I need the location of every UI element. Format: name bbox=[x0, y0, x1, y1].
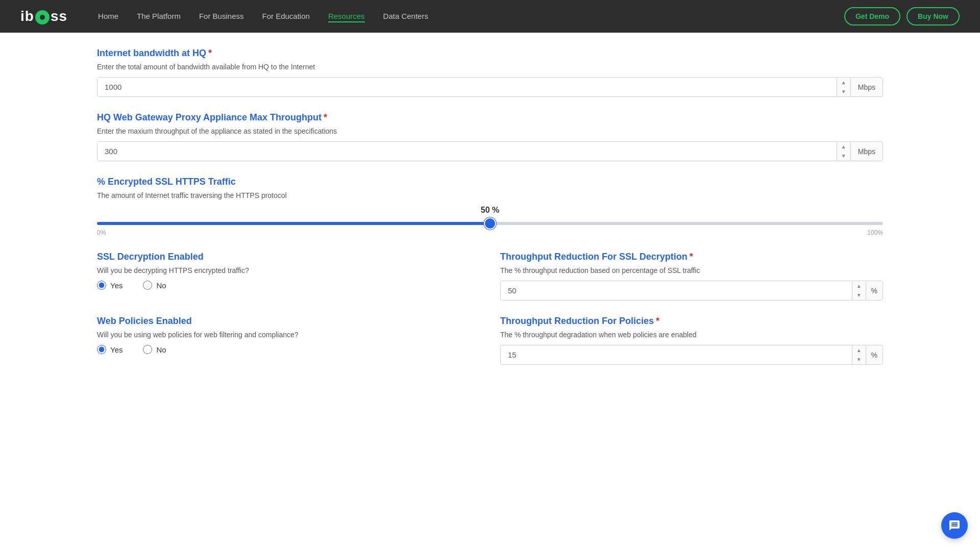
ssl-decryption-yes-text: Yes bbox=[110, 281, 122, 290]
ssl-traffic-desc: The amount of Internet traffic traversin… bbox=[97, 191, 883, 199]
ssl-traffic-section: % Encrypted SSL HTTPS Traffic The amount… bbox=[97, 177, 883, 236]
throughput-ssl-section: Throughput Reduction For SSL Decryption*… bbox=[500, 252, 883, 300]
throughput-ssl-unit: % bbox=[866, 282, 883, 300]
throughput-ssl-spinners: ▲ ▼ bbox=[852, 282, 866, 300]
throughput-policies-title: Throughput Reduction For Policies* bbox=[500, 316, 883, 327]
logo[interactable]: ibss bbox=[20, 8, 67, 24]
bandwidth-desc: Enter the total amount of bandwidth avai… bbox=[97, 63, 883, 71]
ssl-decryption-title: SSL Decryption Enabled bbox=[97, 252, 480, 262]
bandwidth-section: Internet bandwidth at HQ* Enter the tota… bbox=[97, 48, 883, 97]
throughput-policies-input-row: ▲ ▼ % bbox=[500, 345, 883, 365]
gateway-unit: Mbps bbox=[850, 142, 883, 161]
bandwidth-spinners: ▲ ▼ bbox=[837, 78, 850, 96]
ssl-traffic-value: 50 % bbox=[97, 206, 883, 215]
throughput-policies-desc: The % throughput degradation when web po… bbox=[500, 331, 883, 339]
nav-item-education[interactable]: For Education bbox=[262, 12, 309, 21]
nav-item-platform[interactable]: The Platform bbox=[137, 12, 181, 21]
ssl-decryption-desc: Will you be decrypting HTTPS encrypted t… bbox=[97, 266, 480, 274]
ssl-traffic-slider[interactable] bbox=[97, 222, 883, 225]
web-policies-yes-radio[interactable] bbox=[97, 345, 106, 354]
nav-buttons: Get Demo Buy Now bbox=[844, 7, 960, 26]
web-policies-no-text: No bbox=[156, 345, 166, 354]
ssl-decryption-yes-radio[interactable] bbox=[97, 281, 106, 290]
bandwidth-unit: Mbps bbox=[850, 78, 883, 96]
slider-labels: 0% 100% bbox=[97, 229, 883, 236]
ssl-decryption-section: SSL Decryption Enabled Will you be decry… bbox=[97, 252, 480, 300]
gateway-down[interactable]: ▼ bbox=[837, 152, 850, 161]
ssl-decryption-no-text: No bbox=[156, 281, 166, 290]
main-content: Internet bandwidth at HQ* Enter the tota… bbox=[0, 33, 980, 395]
throughput-policies-unit: % bbox=[866, 346, 883, 364]
bandwidth-title: Internet bandwidth at HQ* bbox=[97, 48, 883, 59]
web-policies-desc: Will you be using web policies for web f… bbox=[97, 331, 480, 339]
slider-max: 100% bbox=[867, 229, 883, 236]
nav-item-home[interactable]: Home bbox=[98, 12, 118, 21]
web-policies-yes-text: Yes bbox=[110, 345, 122, 354]
throughput-policies-section: Throughput Reduction For Policies* The %… bbox=[500, 316, 883, 365]
ssl-decryption-no-radio[interactable] bbox=[143, 281, 152, 290]
bandwidth-down[interactable]: ▼ bbox=[837, 87, 850, 96]
gateway-up[interactable]: ▲ bbox=[837, 142, 850, 152]
gateway-input[interactable] bbox=[97, 142, 837, 161]
gateway-input-row: ▲ ▼ Mbps bbox=[97, 141, 883, 161]
web-policies-no-radio[interactable] bbox=[143, 345, 152, 354]
ssl-decryption-no-label[interactable]: No bbox=[143, 281, 166, 290]
buy-now-button[interactable]: Buy Now bbox=[906, 7, 960, 26]
web-policies-section: Web Policies Enabled Will you be using w… bbox=[97, 316, 480, 365]
bandwidth-input-row: ▲ ▼ Mbps bbox=[97, 77, 883, 97]
throughput-ssl-desc: The % throughput reduction based on perc… bbox=[500, 266, 883, 274]
ssl-traffic-title: % Encrypted SSL HTTPS Traffic bbox=[97, 177, 883, 187]
nav-link-business[interactable]: For Business bbox=[199, 12, 244, 20]
nav-item-business[interactable]: For Business bbox=[199, 12, 244, 21]
throughput-ssl-title: Throughput Reduction For SSL Decryption* bbox=[500, 252, 883, 262]
slider-min: 0% bbox=[97, 229, 106, 236]
nav-link-home[interactable]: Home bbox=[98, 12, 118, 20]
nav-menu: Home The Platform For Business For Educa… bbox=[98, 12, 844, 21]
throughput-policies-input[interactable] bbox=[501, 345, 852, 364]
nav-link-education[interactable]: For Education bbox=[262, 12, 309, 20]
ssl-traffic-slider-wrapper bbox=[97, 218, 883, 227]
throughput-ssl-down[interactable]: ▼ bbox=[852, 291, 866, 300]
ssl-decryption-radio-group: Yes No bbox=[97, 281, 480, 290]
throughput-policies-up[interactable]: ▲ bbox=[852, 346, 866, 355]
nav-item-datacenters[interactable]: Data Centers bbox=[383, 12, 428, 21]
gateway-section: HQ Web Gateway Proxy Appliance Max Throu… bbox=[97, 112, 883, 161]
ssl-decryption-yes-label[interactable]: Yes bbox=[97, 281, 122, 290]
logo-icon bbox=[35, 10, 50, 24]
logo-text: ibss bbox=[20, 8, 67, 24]
nav-link-resources[interactable]: Resources bbox=[328, 12, 365, 22]
throughput-ssl-up[interactable]: ▲ bbox=[852, 282, 866, 291]
ssl-row: SSL Decryption Enabled Will you be decry… bbox=[97, 252, 883, 300]
web-policies-yes-label[interactable]: Yes bbox=[97, 345, 122, 354]
bandwidth-input[interactable] bbox=[97, 78, 837, 96]
gateway-spinners: ▲ ▼ bbox=[837, 142, 850, 161]
throughput-policies-spinners: ▲ ▼ bbox=[852, 346, 866, 364]
nav-link-platform[interactable]: The Platform bbox=[137, 12, 181, 20]
nav-link-datacenters[interactable]: Data Centers bbox=[383, 12, 428, 20]
get-demo-button[interactable]: Get Demo bbox=[844, 7, 900, 26]
gateway-title: HQ Web Gateway Proxy Appliance Max Throu… bbox=[97, 112, 883, 123]
gateway-desc: Enter the maxium throughput of the appli… bbox=[97, 127, 883, 135]
web-policies-title: Web Policies Enabled bbox=[97, 316, 480, 327]
web-policies-radio-group: Yes No bbox=[97, 345, 480, 354]
bandwidth-up[interactable]: ▲ bbox=[837, 78, 850, 87]
policies-row: Web Policies Enabled Will you be using w… bbox=[97, 316, 883, 365]
web-policies-no-label[interactable]: No bbox=[143, 345, 166, 354]
throughput-ssl-input-row: ▲ ▼ % bbox=[500, 281, 883, 300]
throughput-ssl-input[interactable] bbox=[501, 281, 852, 300]
navbar: ibss Home The Platform For Business For … bbox=[0, 0, 980, 33]
throughput-policies-down[interactable]: ▼ bbox=[852, 355, 866, 364]
nav-item-resources[interactable]: Resources bbox=[328, 12, 365, 21]
